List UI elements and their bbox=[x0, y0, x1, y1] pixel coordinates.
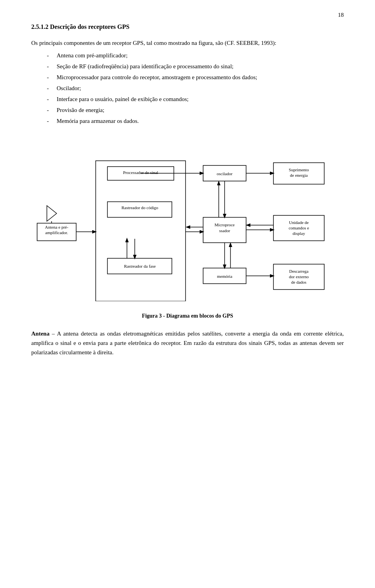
component-list: - Antena com pré-amplificador; - Seção d… bbox=[47, 51, 344, 126]
svg-text:Microproce: Microproce bbox=[214, 222, 234, 227]
svg-text:comandos e: comandos e bbox=[289, 226, 309, 230]
svg-marker-0 bbox=[47, 206, 57, 221]
list-item: - Provisão de energia; bbox=[47, 105, 344, 115]
list-dash: - bbox=[47, 83, 55, 93]
svg-text:oscilador: oscilador bbox=[217, 171, 233, 176]
svg-text:Suprimento: Suprimento bbox=[289, 167, 309, 172]
list-item-text: Provisão de energia; bbox=[57, 105, 344, 115]
svg-rect-5 bbox=[96, 161, 186, 301]
svg-text:Processador de sinal: Processador de sinal bbox=[123, 170, 158, 175]
antenna-paragraph: Antena – A antena detecta as ondas eletr… bbox=[31, 329, 344, 357]
list-item: - Oscilador; bbox=[47, 83, 344, 93]
list-dash: - bbox=[47, 51, 55, 60]
svg-text:Descarrega: Descarrega bbox=[289, 269, 309, 274]
antenna-bold: Antena bbox=[31, 330, 50, 337]
svg-text:de energia: de energia bbox=[290, 173, 307, 178]
page: 18 2.5.1.2 Descrição dos receptores GPS … bbox=[0, 0, 375, 588]
section-title: 2.5.1.2 Descrição dos receptores GPS bbox=[31, 23, 344, 30]
list-item-text: Oscilador; bbox=[57, 83, 344, 93]
diagram-svg: Antena e pré- amplificador. Processador … bbox=[35, 137, 340, 301]
list-item-text: Microprocessador para controle do recept… bbox=[57, 73, 344, 82]
svg-text:ssador: ssador bbox=[219, 228, 230, 233]
page-number: 18 bbox=[338, 12, 344, 18]
svg-text:amplificador.: amplificador. bbox=[45, 230, 68, 235]
list-item-text: Antena com pré-amplificador; bbox=[57, 51, 344, 60]
svg-text:Rastreador do código: Rastreador do código bbox=[121, 205, 159, 210]
svg-text:Rastreador da fase: Rastreador da fase bbox=[124, 264, 155, 268]
intro-text: Os principais componentes de um receptor… bbox=[31, 40, 276, 46]
list-item-text: Interface para o usuário, painel de exib… bbox=[57, 94, 344, 104]
svg-text:display: display bbox=[293, 231, 305, 236]
svg-text:de dados: de dados bbox=[291, 280, 307, 284]
svg-text:Antena e pré-: Antena e pré- bbox=[45, 225, 68, 229]
list-item-text: Memória para armazenar os dados. bbox=[57, 116, 344, 126]
list-item: - Microprocessador para controle do rece… bbox=[47, 73, 344, 82]
antenna-text: – A antena detecta as ondas eletromagnét… bbox=[31, 330, 344, 355]
list-item: - Memória para armazenar os dados. bbox=[47, 116, 344, 126]
list-dash: - bbox=[47, 62, 55, 71]
list-dash: - bbox=[47, 94, 55, 104]
figure-caption: Figura 3 - Diagrama em blocos do GPS bbox=[31, 313, 344, 319]
gps-block-diagram: Antena e pré- amplificador. Processador … bbox=[35, 137, 340, 301]
svg-text:dor externo: dor externo bbox=[289, 274, 309, 279]
list-item: - Antena com pré-amplificador; bbox=[47, 51, 344, 60]
list-dash: - bbox=[47, 116, 55, 126]
list-dash: - bbox=[47, 73, 55, 82]
svg-text:memória: memória bbox=[217, 274, 232, 279]
list-item: - Seção de RF (radiofreqüência) para ide… bbox=[47, 62, 344, 71]
list-item-text: Seção de RF (radiofreqüência) para ident… bbox=[57, 62, 344, 71]
list-dash: - bbox=[47, 105, 55, 115]
intro-paragraph: Os principais componentes de um receptor… bbox=[31, 38, 344, 48]
list-item: - Interface para o usuário, painel de ex… bbox=[47, 94, 344, 104]
svg-text:Unidade de: Unidade de bbox=[289, 220, 309, 225]
